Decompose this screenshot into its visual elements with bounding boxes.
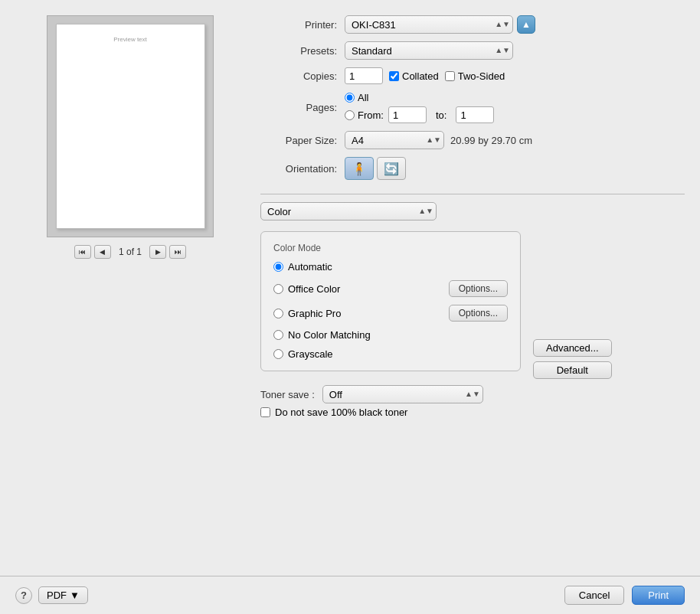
graphic-pro-options-button[interactable]: Options... bbox=[449, 305, 508, 322]
pages-to-label: to: bbox=[436, 109, 446, 121]
color-mode-title: Color Mode bbox=[273, 243, 508, 253]
presets-select-wrapper: Standard ▲▼ bbox=[345, 41, 513, 60]
pages-label: Pages: bbox=[260, 102, 337, 113]
print-button[interactable]: Print bbox=[632, 586, 685, 605]
copies-row: Copies: Collated Two-Sided bbox=[260, 67, 685, 84]
color-mode-graphic-pro: Graphic Pro Options... bbox=[273, 305, 508, 322]
two-sided-label[interactable]: Two-Sided bbox=[445, 70, 505, 82]
preview-panel: Preview text ⏮ ◀ 1 of 1 ▶ ⏭ bbox=[15, 15, 245, 560]
pages-from-radio[interactable] bbox=[345, 110, 355, 120]
toner-label: Toner save : bbox=[260, 389, 315, 400]
no-color-matching-radio[interactable] bbox=[273, 330, 283, 340]
printer-select[interactable]: OKI-C831 bbox=[345, 15, 513, 34]
controls-panel: Printer: OKI-C831 ▲▼ ▲ Presets: Standard… bbox=[260, 15, 685, 560]
toner-row: Toner save : Off On ▲▼ bbox=[260, 385, 685, 403]
bottom-right: Cancel Print bbox=[564, 586, 685, 605]
collated-label[interactable]: Collated bbox=[389, 70, 439, 82]
pages-all-radio[interactable] bbox=[345, 93, 355, 103]
bottom-left: ? PDF ▼ bbox=[15, 586, 88, 604]
presets-label: Presets: bbox=[260, 45, 337, 57]
toner-select-wrapper: Off On ▲▼ bbox=[322, 385, 483, 403]
grayscale-radio[interactable] bbox=[273, 349, 283, 359]
pages-all-label[interactable]: All bbox=[345, 92, 368, 103]
pages-all-text: All bbox=[358, 92, 368, 103]
color-mode-no-matching: No Color Matching bbox=[273, 329, 508, 341]
paper-size-select-wrapper: A4 Letter Legal ▲▼ bbox=[345, 131, 444, 149]
divider bbox=[260, 194, 685, 194]
preview-controls: ⏮ ◀ 1 of 1 ▶ ⏭ bbox=[74, 245, 186, 259]
color-mode-no-matching-left: No Color Matching bbox=[273, 329, 371, 341]
color-select[interactable]: Color Black & White bbox=[260, 202, 437, 220]
color-mode-automatic: Automatic bbox=[273, 261, 508, 273]
office-color-label: Office Color bbox=[288, 283, 340, 295]
print-dialog: Preview text ⏮ ◀ 1 of 1 ▶ ⏭ Printer: OKI… bbox=[0, 0, 700, 614]
collated-text: Collated bbox=[402, 70, 439, 82]
cancel-button[interactable]: Cancel bbox=[564, 586, 624, 605]
paper-size-note: 20.99 by 29.70 cm bbox=[450, 135, 532, 146]
advanced-button[interactable]: Advanced... bbox=[533, 339, 612, 357]
pages-all-row: All bbox=[345, 92, 494, 103]
paper-size-label: Paper Size: bbox=[260, 135, 337, 146]
grayscale-label: Grayscale bbox=[288, 348, 333, 360]
paper-size-row: Paper Size: A4 Letter Legal ▲▼ 20.99 by … bbox=[260, 131, 685, 149]
landscape-button[interactable]: 🔄 bbox=[377, 157, 406, 180]
color-mode-grayscale: Grayscale bbox=[273, 348, 508, 360]
color-mode-automatic-left: Automatic bbox=[273, 261, 332, 273]
do-not-save-row: Do not save 100% black toner bbox=[260, 407, 685, 418]
pages-from-input[interactable] bbox=[388, 106, 427, 123]
main-area: Preview text ⏮ ◀ 1 of 1 ▶ ⏭ Printer: OKI… bbox=[0, 0, 700, 576]
pdf-button[interactable]: PDF ▼ bbox=[38, 586, 88, 604]
office-color-radio[interactable] bbox=[273, 284, 283, 294]
bottom-bar: ? PDF ▼ Cancel Print bbox=[0, 576, 700, 614]
next-page-button[interactable]: ▶ bbox=[149, 245, 166, 259]
do-not-save-label: Do not save 100% black toner bbox=[275, 407, 407, 418]
color-select-wrapper: Color Black & White ▲▼ bbox=[260, 202, 437, 220]
two-sided-text: Two-Sided bbox=[458, 70, 505, 82]
orientation-row: Orientation: 🧍 🔄 bbox=[260, 157, 685, 180]
portrait-button[interactable]: 🧍 bbox=[345, 157, 374, 180]
pages-from-label[interactable]: From: bbox=[345, 109, 384, 121]
collated-checkbox[interactable] bbox=[389, 71, 399, 81]
color-mode-graphic-pro-left: Graphic Pro bbox=[273, 308, 341, 319]
presets-row: Presets: Standard ▲▼ bbox=[260, 41, 685, 60]
copies-input[interactable] bbox=[345, 67, 383, 84]
printer-select-wrapper: OKI-C831 ▲▼ bbox=[345, 15, 513, 34]
paper-size-select[interactable]: A4 Letter Legal bbox=[345, 131, 444, 149]
copies-label: Copies: bbox=[260, 70, 337, 82]
graphic-pro-radio[interactable] bbox=[273, 309, 283, 318]
pdf-label: PDF bbox=[47, 590, 67, 601]
action-buttons: Advanced... Default bbox=[533, 339, 612, 382]
do-not-save-checkbox[interactable] bbox=[260, 407, 270, 417]
pages-row: Pages: All From: to: bbox=[260, 92, 685, 123]
color-dropdown-row: Color Black & White ▲▼ bbox=[260, 202, 685, 220]
preview-page: Preview text bbox=[56, 24, 205, 229]
color-mode-grayscale-left: Grayscale bbox=[273, 348, 333, 360]
last-page-button[interactable]: ⏭ bbox=[169, 245, 186, 259]
prev-page-button[interactable]: ◀ bbox=[94, 245, 111, 259]
automatic-radio[interactable] bbox=[273, 262, 283, 272]
first-page-button[interactable]: ⏮ bbox=[74, 245, 91, 259]
printer-label: Printer: bbox=[260, 19, 337, 31]
toner-select[interactable]: Off On bbox=[322, 385, 483, 403]
color-mode-office-color-left: Office Color bbox=[273, 283, 340, 295]
color-mode-office-color: Office Color Options... bbox=[273, 280, 508, 297]
preview-container: Preview text bbox=[47, 15, 214, 237]
pages-from-row: From: to: bbox=[345, 106, 494, 123]
office-color-options-button[interactable]: Options... bbox=[449, 280, 508, 297]
graphic-pro-label: Graphic Pro bbox=[288, 308, 341, 319]
color-mode-area: Color Mode Automatic Office Color bbox=[260, 231, 685, 382]
pages-to-input[interactable] bbox=[456, 106, 494, 123]
presets-select[interactable]: Standard bbox=[345, 41, 513, 60]
printer-row: Printer: OKI-C831 ▲▼ ▲ bbox=[260, 15, 685, 34]
preview-page-text: Preview text bbox=[113, 36, 147, 43]
printer-up-button[interactable]: ▲ bbox=[517, 15, 535, 34]
pdf-arrow-icon: ▼ bbox=[70, 590, 80, 601]
no-color-matching-label: No Color Matching bbox=[288, 329, 371, 341]
orientation-buttons: 🧍 🔄 bbox=[345, 157, 406, 180]
color-mode-panel: Color Mode Automatic Office Color bbox=[260, 231, 521, 371]
automatic-label: Automatic bbox=[288, 261, 332, 273]
page-indicator: 1 of 1 bbox=[114, 247, 146, 257]
two-sided-checkbox[interactable] bbox=[445, 71, 455, 81]
help-button[interactable]: ? bbox=[15, 587, 32, 604]
default-button[interactable]: Default bbox=[533, 361, 612, 379]
